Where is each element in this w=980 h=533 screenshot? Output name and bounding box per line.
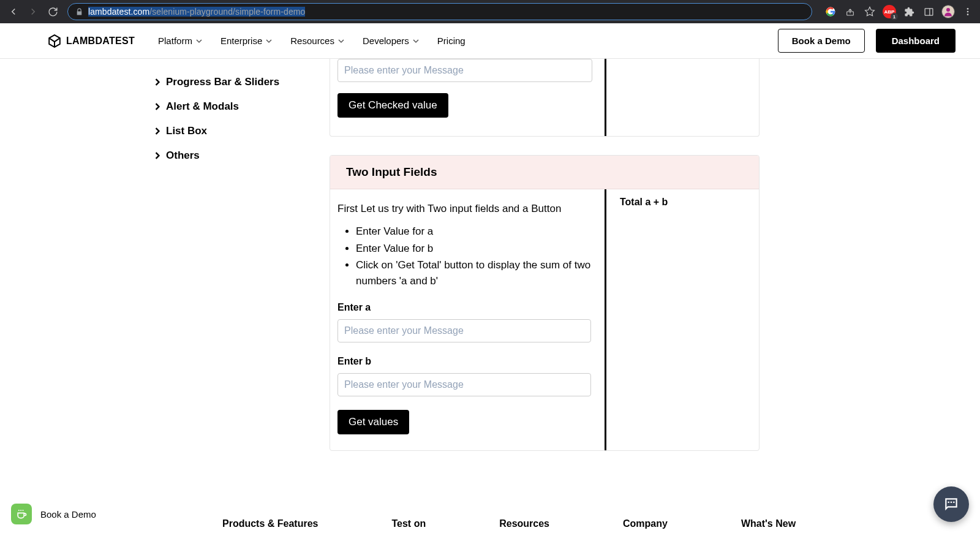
bookmark-star-icon[interactable] bbox=[862, 4, 877, 19]
adblock-count-badge: 1 bbox=[891, 13, 898, 20]
nav-enterprise[interactable]: Enterprise bbox=[221, 36, 272, 46]
sidebar-item-others[interactable]: Others bbox=[154, 149, 317, 162]
chat-icon bbox=[943, 496, 959, 512]
site-header: LAMBDATEST Platform Enterprise Resources… bbox=[0, 23, 980, 59]
svg-point-6 bbox=[967, 11, 969, 13]
dashboard-button[interactable]: Dashboard bbox=[876, 29, 956, 53]
sidebar: Progress Bar & Sliders Alert & Modals Li… bbox=[32, 59, 330, 469]
footer-col-whatsnew[interactable]: What's New bbox=[741, 518, 796, 529]
label-b: Enter b bbox=[337, 356, 591, 367]
chat-widget[interactable] bbox=[933, 486, 969, 522]
svg-point-4 bbox=[946, 8, 950, 12]
book-demo-float-label: Book a Demo bbox=[40, 509, 96, 520]
extensions-icon[interactable] bbox=[902, 4, 916, 19]
get-checked-value-button[interactable]: Get Checked value bbox=[337, 93, 448, 118]
adblock-icon[interactable]: ABP1 bbox=[882, 4, 897, 19]
message-input[interactable] bbox=[337, 59, 592, 82]
step-item: Enter Value for a bbox=[356, 224, 591, 240]
nav-reload-button[interactable] bbox=[44, 3, 61, 20]
url-text: lambdatest.com/selenium-playground/simpl… bbox=[88, 7, 305, 17]
main-column: Get Checked value Two Input Fields First… bbox=[330, 59, 760, 469]
two-input-card-header: Two Input Fields bbox=[330, 156, 759, 189]
step-item: Click on 'Get Total' button to display t… bbox=[356, 257, 591, 289]
label-a: Enter a bbox=[337, 302, 591, 313]
sidebar-item-label: Progress Bar & Sliders bbox=[166, 76, 279, 88]
chevron-down-icon bbox=[413, 38, 419, 44]
footer-col-resources[interactable]: Resources bbox=[499, 518, 549, 529]
two-input-intro: First Let us try with Two input fields a… bbox=[337, 203, 591, 215]
footer-col-products[interactable]: Products & Features bbox=[222, 518, 318, 529]
input-b[interactable] bbox=[337, 373, 591, 396]
chevron-right-icon bbox=[154, 103, 161, 110]
svg-point-7 bbox=[967, 13, 969, 15]
logo-icon bbox=[48, 34, 61, 48]
profile-avatar-icon[interactable] bbox=[941, 4, 956, 19]
browser-menu-icon[interactable] bbox=[960, 4, 975, 19]
nav-label: Developers bbox=[363, 36, 409, 46]
nav-forward-button[interactable] bbox=[24, 3, 42, 20]
chevron-down-icon bbox=[338, 38, 344, 44]
chevron-right-icon bbox=[154, 127, 161, 135]
nav-label: Platform bbox=[158, 36, 192, 46]
coffee-cup-icon bbox=[11, 504, 32, 524]
chevron-down-icon bbox=[196, 38, 202, 44]
logo-text: LAMBDATEST bbox=[66, 36, 135, 47]
get-values-button[interactable]: Get values bbox=[337, 410, 409, 434]
share-icon[interactable] bbox=[843, 4, 858, 19]
nav-resources[interactable]: Resources bbox=[290, 36, 344, 46]
browser-chrome: lambdatest.com/selenium-playground/simpl… bbox=[0, 0, 980, 23]
footer-col-company[interactable]: Company bbox=[623, 518, 668, 529]
logo[interactable]: LAMBDATEST bbox=[48, 34, 135, 48]
input-a[interactable] bbox=[337, 319, 591, 342]
sidebar-item-label: List Box bbox=[166, 125, 207, 137]
nav-label: Resources bbox=[290, 36, 334, 46]
sidebar-item-listbox[interactable]: List Box bbox=[154, 125, 317, 137]
chevron-right-icon bbox=[154, 152, 161, 159]
field-a: Enter a bbox=[337, 302, 591, 342]
book-demo-float[interactable]: Book a Demo bbox=[11, 504, 96, 524]
single-input-card: Get Checked value bbox=[330, 59, 760, 137]
sidebar-item-alert[interactable]: Alert & Modals bbox=[154, 100, 317, 113]
nav-platform[interactable]: Platform bbox=[158, 36, 202, 46]
header-actions: Book a Demo Dashboard bbox=[778, 29, 956, 53]
field-b: Enter b bbox=[337, 356, 591, 396]
nav-developers[interactable]: Developers bbox=[363, 36, 419, 46]
book-a-demo-button[interactable]: Book a Demo bbox=[778, 29, 865, 53]
svg-rect-2 bbox=[925, 8, 933, 15]
footer-col-test-on[interactable]: Test on bbox=[391, 518, 426, 529]
nav-label: Pricing bbox=[437, 36, 466, 46]
side-panel-icon[interactable] bbox=[921, 4, 936, 19]
nav-pricing[interactable]: Pricing bbox=[437, 36, 466, 46]
footer-columns: Products & Features Test on Resources Co… bbox=[32, 469, 948, 529]
chrome-toolbar-right: ABP1 bbox=[818, 4, 975, 19]
svg-point-5 bbox=[967, 8, 969, 10]
chevron-down-icon bbox=[266, 38, 272, 44]
single-input-output bbox=[605, 59, 759, 136]
nav-back-button[interactable] bbox=[5, 3, 22, 20]
step-item: Enter Value for b bbox=[356, 241, 591, 257]
sidebar-item-progress[interactable]: Progress Bar & Sliders bbox=[154, 76, 317, 88]
chevron-right-icon bbox=[154, 78, 161, 86]
nav-label: Enterprise bbox=[221, 36, 262, 46]
google-account-icon[interactable] bbox=[823, 4, 838, 19]
total-label: Total a + b bbox=[620, 197, 668, 207]
two-input-steps: Enter Value for a Enter Value for b Clic… bbox=[337, 224, 591, 289]
main-nav: Platform Enterprise Resources Developers… bbox=[158, 36, 466, 46]
message-input-block bbox=[337, 59, 592, 82]
page-content: Progress Bar & Sliders Alert & Modals Li… bbox=[32, 59, 948, 529]
sidebar-item-label: Others bbox=[166, 149, 200, 162]
url-bar[interactable]: lambdatest.com/selenium-playground/simpl… bbox=[67, 3, 812, 20]
two-input-card: Two Input Fields First Let us try with T… bbox=[330, 155, 760, 451]
total-output: Total a + b bbox=[605, 189, 759, 450]
lock-icon bbox=[75, 8, 83, 16]
sidebar-item-label: Alert & Modals bbox=[166, 100, 239, 113]
